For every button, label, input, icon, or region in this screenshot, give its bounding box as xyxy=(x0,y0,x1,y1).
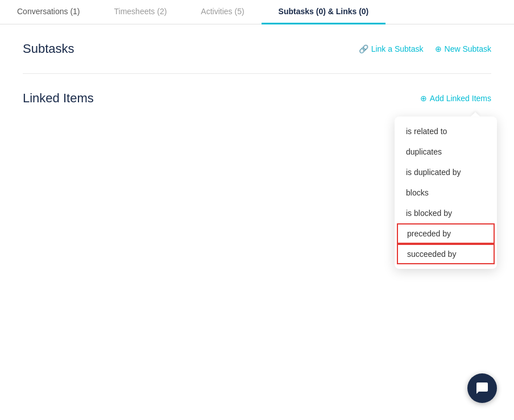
main-content: Subtasks 🔗 Link a Subtask ⊕ New Subtask … xyxy=(0,24,514,134)
linked-items-dropdown: is related to duplicates is duplicated b… xyxy=(395,117,497,269)
new-subtask-label: New Subtask xyxy=(445,44,491,53)
chat-support-button[interactable] xyxy=(467,373,497,403)
dropdown-item-duplicates[interactable]: duplicates xyxy=(395,142,497,162)
linked-items-title: Linked Items xyxy=(23,91,94,106)
add-linked-items-label: Add Linked Items xyxy=(430,94,491,103)
dropdown-item-succeeded-by[interactable]: succeeded by xyxy=(397,244,495,264)
dropdown-item-preceded-by[interactable]: preceded by xyxy=(397,223,495,244)
tab-activities[interactable]: Activities (5) xyxy=(184,0,261,24)
subtasks-section-header: Subtasks 🔗 Link a Subtask ⊕ New Subtask xyxy=(23,41,491,56)
add-linked-items-wrapper: ⊕ Add Linked Items is related to duplica… xyxy=(420,94,491,103)
new-subtask-button[interactable]: ⊕ New Subtask xyxy=(435,44,491,53)
dropdown-item-is-duplicated-by[interactable]: is duplicated by xyxy=(395,162,497,182)
section-divider xyxy=(23,73,491,74)
tab-bar: Conversations (1) Timesheets (2) Activit… xyxy=(0,0,514,24)
tab-subtasks-links[interactable]: Subtasks (0) & Links (0) xyxy=(262,0,386,24)
plus-circle-icon: ⊕ xyxy=(435,44,442,53)
tab-conversations[interactable]: Conversations (1) xyxy=(0,0,97,24)
link-icon: 🔗 xyxy=(359,44,368,53)
subtasks-title: Subtasks xyxy=(23,41,74,56)
link-subtask-label: Link a Subtask xyxy=(371,44,424,53)
dropdown-item-blocks[interactable]: blocks xyxy=(395,182,497,203)
dropdown-item-is-related-to[interactable]: is related to xyxy=(395,121,497,142)
linked-items-section-header: Linked Items ⊕ Add Linked Items is relat… xyxy=(23,91,491,106)
chat-icon xyxy=(475,381,489,395)
subtasks-actions: 🔗 Link a Subtask ⊕ New Subtask xyxy=(359,44,491,53)
plus-circle-icon-linked: ⊕ xyxy=(420,94,427,103)
add-linked-items-button[interactable]: ⊕ Add Linked Items xyxy=(420,94,491,103)
link-subtask-button[interactable]: 🔗 Link a Subtask xyxy=(359,44,424,53)
tab-timesheets[interactable]: Timesheets (2) xyxy=(97,0,184,24)
dropdown-item-is-blocked-by[interactable]: is blocked by xyxy=(395,203,497,223)
